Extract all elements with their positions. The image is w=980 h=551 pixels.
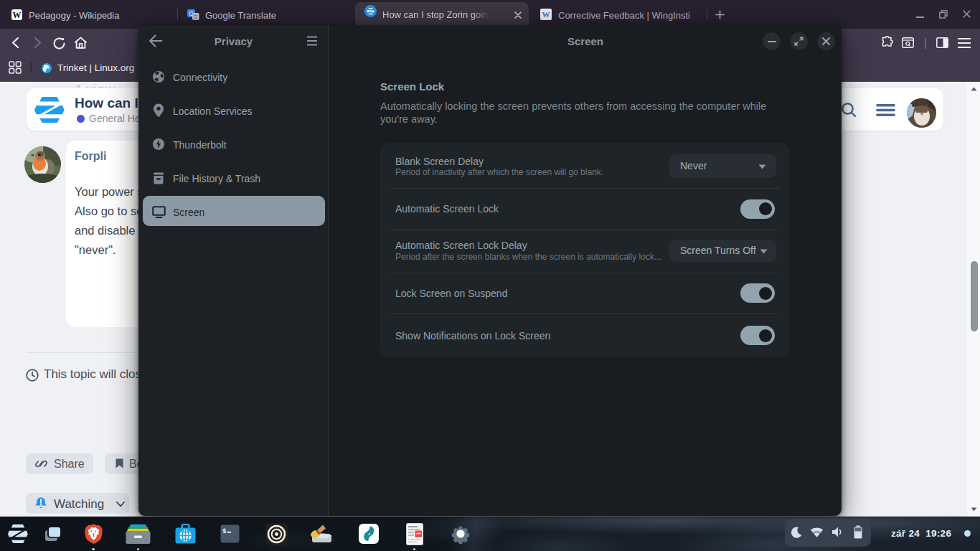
svg-text:W: W (542, 10, 550, 19)
svg-text:$: $ (222, 528, 227, 535)
svg-text:文: 文 (193, 14, 199, 20)
